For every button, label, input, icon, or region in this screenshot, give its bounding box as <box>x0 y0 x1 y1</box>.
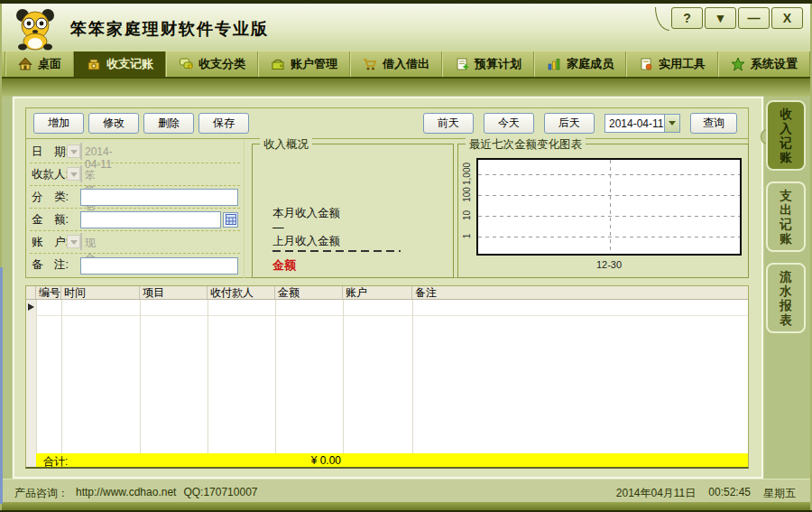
app-title: 笨笨家庭理财软件专业版 <box>70 18 269 40</box>
toolbar-item-label: 收支分类 <box>198 56 245 72</box>
qq-contact: QQ:170710007 <box>183 486 257 501</box>
toolbar-item-settings[interactable]: 系统设置 <box>718 51 810 77</box>
main-toolbar: 桌面 收支记账 收支分类 账户管理 借入借出 预算计划 家庭成员 实用工具 <box>2 51 810 77</box>
toolbar-item-members[interactable]: 家庭成员 <box>534 51 626 77</box>
background-window-sliver <box>0 267 3 504</box>
chevron-down-icon[interactable] <box>67 144 80 158</box>
tab-statement-report[interactable]: 流水报表 <box>766 263 806 333</box>
status-time: 00:52:45 <box>708 486 751 501</box>
main-panel: 增加 修改 删除 保存 前天 今天 后天 2014-04-11 查询 <box>13 97 763 479</box>
settings-icon <box>731 57 745 71</box>
date-combo[interactable]: 2014-04-11 <box>80 143 82 160</box>
tab-expense-bookkeeping[interactable]: 支出记账 <box>766 182 806 252</box>
status-weekday: 星期五 <box>763 486 796 501</box>
save-button[interactable]: 保存 <box>198 113 249 134</box>
form-row-account: 账 户: 现金 <box>30 231 240 254</box>
toolbar-item-label: 预算计划 <box>475 56 521 72</box>
chart-title: 最近七次金额变化图表 <box>466 137 586 153</box>
window-controls: ? ▼ — X <box>655 7 803 32</box>
modify-button[interactable]: 修改 <box>88 113 139 134</box>
chart-box: 最近七次金额变化图表 1,000 100 10 1 12-30 <box>457 144 749 278</box>
date-select[interactable]: 2014-04-11 <box>604 114 680 133</box>
category-label: 分 类: <box>32 190 80 205</box>
prev-day-button[interactable]: 前天 <box>423 113 474 134</box>
budget-icon <box>455 57 469 71</box>
status-right: 2014年04月11日 00:52:45 星期五 <box>616 486 796 501</box>
website-link[interactable]: http://www.cdhao.net <box>76 486 176 501</box>
fraction-divider <box>272 250 401 252</box>
consult-label: 产品咨询： <box>14 486 69 501</box>
amount-input[interactable] <box>80 211 221 228</box>
tools-icon <box>639 57 653 71</box>
column-divider <box>275 300 276 467</box>
next-day-button[interactable]: 后天 <box>544 113 595 134</box>
column-header-account[interactable]: 账户 <box>343 286 412 299</box>
toolbar-item-label: 实用工具 <box>659 56 706 72</box>
toolbar-item-categories[interactable]: 收支分类 <box>166 51 258 77</box>
gridline-100 <box>478 195 740 196</box>
toolbar-item-label: 收支记账 <box>106 56 153 72</box>
calculator-button[interactable] <box>223 212 238 228</box>
toolbar-item-label: 系统设置 <box>751 56 798 72</box>
column-header-payer[interactable]: 收付款人 <box>208 286 275 299</box>
tab-label: 收入记账 <box>780 107 793 165</box>
form-row-category: 分 类: <box>30 186 240 209</box>
x-axis-tick: 12-30 <box>476 259 742 270</box>
window-controls-curve <box>655 7 669 31</box>
help-button[interactable]: ? <box>671 7 703 29</box>
tab-label: 流水报表 <box>780 270 793 328</box>
toolbar-item-borrow-lend[interactable]: 借入借出 <box>350 51 442 77</box>
column-header-time[interactable]: 时间 <box>61 286 140 299</box>
form-row-payee: 收款人: 笨笨爸 <box>30 163 240 186</box>
right-sidebar: 收入记账 支出记账 流水报表 <box>766 100 807 344</box>
form-row-amount: 金 额: <box>30 209 240 231</box>
toolbar-item-bookkeeping[interactable]: 收支记账 <box>74 51 166 77</box>
column-header-note[interactable]: 备注 <box>412 286 748 299</box>
toolbar-item-tools[interactable]: 实用工具 <box>626 51 718 77</box>
toolbar-item-label: 桌面 <box>38 56 61 72</box>
home-icon <box>18 57 32 71</box>
account-combo[interactable]: 现金 <box>80 233 82 250</box>
total-row: 合计: ¥ 0.00 <box>36 453 748 467</box>
panda-logo-icon <box>13 7 58 51</box>
app-window: 笨笨家庭理财软件专业版 ? ▼ — X 桌面 收支记账 收支分类 账户管理 <box>0 0 812 512</box>
toolbar-item-budget[interactable]: 预算计划 <box>442 51 534 77</box>
amount-result-label: 金额 <box>272 257 296 274</box>
row-divider <box>36 315 748 316</box>
payee-combo[interactable]: 笨笨爸 <box>80 165 82 182</box>
minimize-button[interactable]: — <box>738 7 770 29</box>
toolbar-item-accounts[interactable]: 账户管理 <box>258 51 350 77</box>
tab-income-bookkeeping[interactable]: 收入记账 <box>766 100 806 171</box>
row-selector-column <box>26 300 36 467</box>
gridline-vertical <box>610 160 611 254</box>
calculator-icon <box>226 214 236 225</box>
chevron-down-icon[interactable] <box>67 167 80 181</box>
chevron-down-icon[interactable] <box>67 235 80 248</box>
members-icon <box>547 57 561 71</box>
column-header-number[interactable]: 编号 <box>36 286 61 299</box>
ledger-icon <box>87 57 101 71</box>
delete-button[interactable]: 删除 <box>143 113 194 134</box>
column-header-amount[interactable]: 金额 <box>275 286 343 299</box>
gridline-1000 <box>478 174 740 175</box>
table-body[interactable]: 合计: ¥ 0.00 <box>26 300 748 467</box>
date-select-value: 2014-04-11 <box>609 117 664 130</box>
toolbar-item-desktop[interactable]: 桌面 <box>5 51 74 77</box>
column-divider <box>140 300 141 467</box>
tray-button[interactable]: ▼ <box>705 7 736 29</box>
close-button[interactable]: X <box>771 7 803 29</box>
toolbar-item-label: 家庭成员 <box>567 56 614 72</box>
tab-label: 支出记账 <box>780 189 793 247</box>
note-input[interactable] <box>80 257 238 275</box>
column-header-item[interactable]: 项目 <box>140 286 208 299</box>
chevron-down-icon[interactable] <box>664 115 679 132</box>
today-button[interactable]: 今天 <box>484 113 534 134</box>
category-input[interactable] <box>80 189 238 206</box>
query-button[interactable]: 查询 <box>690 113 737 134</box>
upper-section: 增加 修改 删除 保存 前天 今天 后天 2014-04-11 查询 <box>25 107 749 278</box>
action-bar: 增加 修改 删除 保存 前天 今天 后天 2014-04-11 查询 <box>26 108 748 139</box>
income-overview-box: 收入概况 本月收入金额 — 上月收入金额 金额 <box>252 144 454 278</box>
chart-plot-area <box>476 158 742 256</box>
column-divider <box>343 300 344 467</box>
add-button[interactable]: 增加 <box>33 113 84 134</box>
